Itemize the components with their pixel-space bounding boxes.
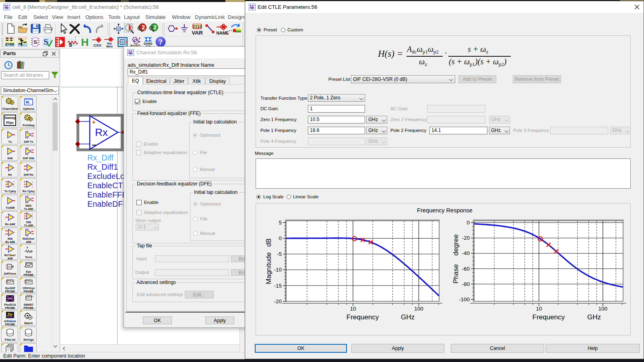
svg-text:Magnitude: Magnitude <box>265 252 272 284</box>
svg-text:Wire: Wire <box>106 45 113 48</box>
svg-text:S: S <box>33 39 37 45</box>
svg-text:Rx: Rx <box>95 126 108 138</box>
svg-text:-60: -60 <box>462 266 470 272</box>
svg-text:2: 2 <box>142 24 145 31</box>
svg-text:+: + <box>92 118 96 126</box>
svg-text:H: H <box>81 37 89 47</box>
svg-text:0: 0 <box>279 235 282 241</box>
svg-text:-20: -20 <box>274 298 282 304</box>
svg-text:-10: -10 <box>274 267 282 273</box>
svg-text:-100: -100 <box>459 296 470 302</box>
svg-text:-80: -80 <box>462 281 470 287</box>
svg-text:R: R <box>8 265 10 269</box>
svg-text:Phase: Phase <box>452 264 460 284</box>
svg-text:−: − <box>92 141 96 149</box>
svg-text:CSV: CSV <box>93 43 101 47</box>
svg-text:-40: -40 <box>462 250 470 256</box>
svg-text:dB: dB <box>265 239 272 247</box>
svg-text:Z=50: Z=50 <box>5 42 14 46</box>
svg-text:GHz: GHz <box>401 313 415 321</box>
svg-text:2: 2 <box>153 24 157 31</box>
svg-text:S: S <box>69 42 72 47</box>
svg-text:degree: degree <box>452 234 460 256</box>
svg-text:100: 100 <box>414 306 423 312</box>
svg-text:-15: -15 <box>274 283 282 289</box>
svg-text:?: ? <box>159 38 163 46</box>
svg-text:VAR: VAR <box>192 30 203 35</box>
svg-text:10: 10 <box>536 306 542 312</box>
svg-text:NAME: NAME <box>217 31 229 35</box>
svg-text:5: 5 <box>279 220 282 226</box>
svg-text:10: 10 <box>350 306 356 312</box>
svg-text:Frequency: Frequency <box>533 313 565 321</box>
svg-text:100: 100 <box>599 306 608 312</box>
svg-text:0: 0 <box>466 220 470 226</box>
svg-text:Frequency: Frequency <box>347 313 379 321</box>
svg-text:-5: -5 <box>277 251 282 257</box>
svg-text:0110: 0110 <box>193 24 202 29</box>
svg-text:GHz: GHz <box>587 313 601 321</box>
svg-text:CLK: CLK <box>30 295 33 298</box>
svg-text:-20: -20 <box>462 235 470 241</box>
svg-text:R: R <box>27 246 29 249</box>
